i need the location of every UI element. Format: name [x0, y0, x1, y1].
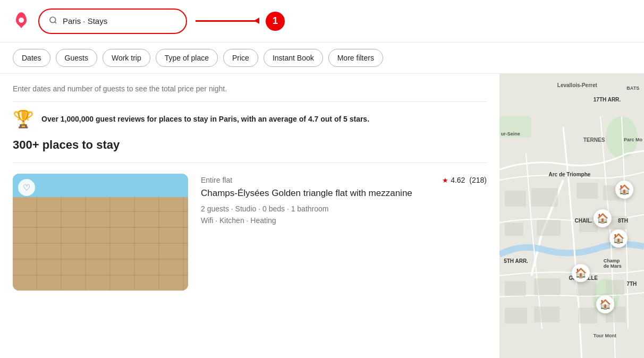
- search-bar-wrapper: Paris · Stays 1: [38, 8, 285, 34]
- divider: [13, 101, 487, 102]
- svg-rect-18: [505, 308, 527, 323]
- search-text: Paris · Stays: [63, 16, 107, 25]
- svg-rect-6: [505, 191, 526, 207]
- svg-rect-5: [499, 116, 531, 138]
- listing-type-row: Entire flat ★ 4.62 (218): [201, 176, 487, 184]
- filter-more-filters[interactable]: More filters: [328, 49, 383, 67]
- filter-guests[interactable]: Guests: [56, 49, 97, 67]
- listing-info: Entire flat ★ 4.62 (218) Champs-Élysées …: [201, 174, 487, 291]
- listing-details: 2 guests · Studio · 0 beds · 1 bathroom: [201, 204, 487, 213]
- svg-point-0: [50, 17, 56, 23]
- map-pin-1[interactable]: 🏠: [615, 181, 633, 199]
- arrow-line: [196, 20, 259, 22]
- header: Paris · Stays 1: [0, 0, 644, 42]
- filter-type-of-place[interactable]: Type of place: [156, 49, 218, 67]
- map-pin-2[interactable]: 🏠: [594, 209, 612, 227]
- svg-rect-10: [505, 223, 523, 236]
- listings-panel: Enter dates and number of guests to see …: [0, 74, 499, 358]
- rating-value: 4.62: [451, 176, 465, 184]
- arrow-annotation: 1: [196, 12, 285, 31]
- map-panel[interactable]: Levallois-Perret 17TH ARR. BATS ur-Seine…: [499, 74, 644, 358]
- svg-rect-17: [606, 280, 624, 295]
- filter-work-trip[interactable]: Work trip: [103, 49, 150, 67]
- listing-image-wrapper: ♡: [13, 174, 188, 291]
- filter-instant-book[interactable]: Instant Book: [264, 49, 323, 67]
- svg-line-1: [55, 22, 56, 23]
- star-icon: ★: [442, 176, 448, 184]
- svg-rect-19: [534, 306, 560, 322]
- favorite-button[interactable]: ♡: [18, 179, 35, 196]
- search-bar[interactable]: Paris · Stays: [38, 8, 187, 34]
- award-banner: 🏆 Over 1,000,000 guest reviews for place…: [13, 110, 487, 127]
- svg-rect-8: [577, 183, 598, 199]
- listing-card: ♡ Entire flat ★ 4.62 (218) Champs-Élysée…: [13, 163, 487, 301]
- trophy-icon: 🏆: [13, 110, 34, 127]
- svg-rect-14: [505, 281, 526, 296]
- svg-rect-15: [534, 278, 561, 295]
- info-text: Enter dates and number of guests to see …: [13, 84, 487, 93]
- main-layout: Enter dates and number of guests to see …: [0, 74, 644, 358]
- listing-amenities: Wifi · Kitchen · Heating: [201, 216, 487, 225]
- map-pin-3[interactable]: 🏠: [609, 229, 628, 248]
- filter-price[interactable]: Price: [223, 49, 258, 67]
- search-icon: [49, 16, 57, 27]
- listing-rating: ★ 4.62 (218): [442, 176, 487, 184]
- svg-rect-7: [531, 188, 558, 207]
- map-pin-4[interactable]: 🏠: [572, 264, 590, 282]
- svg-rect-16: [577, 281, 597, 296]
- filter-dates[interactable]: Dates: [13, 49, 50, 67]
- listing-image: [13, 174, 188, 291]
- annotation-badge: 1: [266, 12, 285, 31]
- section-title: 300+ places to stay: [13, 138, 487, 152]
- svg-rect-11: [537, 220, 561, 236]
- map-svg: [499, 74, 644, 358]
- award-text: Over 1,000,000 guest reviews for places …: [41, 115, 369, 123]
- review-count: (218): [467, 176, 487, 184]
- airbnb-logo[interactable]: [13, 12, 30, 31]
- svg-rect-20: [578, 308, 597, 323]
- listing-title: Champs-Élysées Golden triangle flat with…: [201, 187, 487, 199]
- listing-type: Entire flat: [201, 176, 232, 184]
- filter-bar: Dates Guests Work trip Type of place Pri…: [0, 42, 644, 74]
